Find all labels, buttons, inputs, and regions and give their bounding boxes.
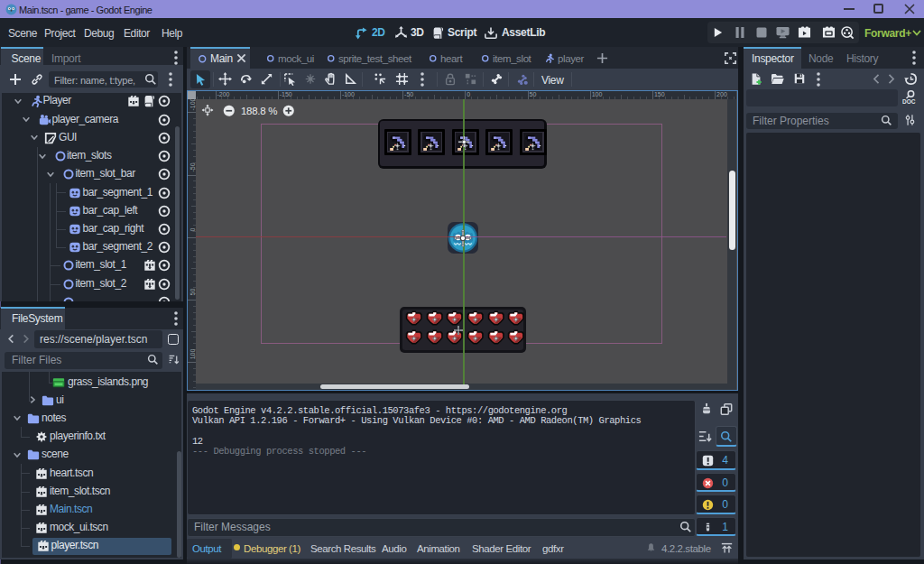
svg-text:DOC: DOC: [902, 98, 916, 105]
